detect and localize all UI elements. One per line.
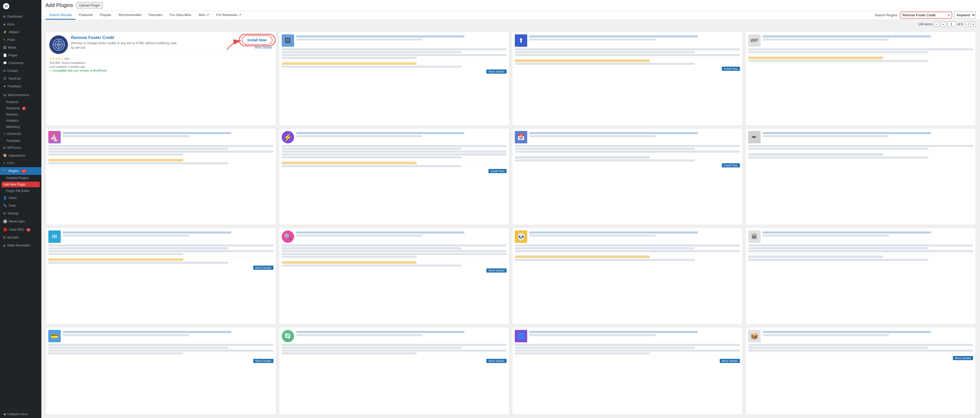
sidebar-item-woocommerce[interactable]: 🛍 WooCommerce <box>0 91 41 99</box>
plugin-icon: 🏛 <box>748 230 760 243</box>
sidebar-item-yoast[interactable]: Y Yoast SEO 2 <box>0 226 41 234</box>
sidebar-label: Contact <box>7 69 18 73</box>
plugin-review-count: (85) <box>64 57 70 60</box>
sidebar-item-comments[interactable]: 💬 Comments <box>0 59 41 67</box>
plugin-install-link[interactable]: Install Now <box>722 163 740 167</box>
tabs-bar: Search Results Featured Popular Recommen… <box>41 11 980 20</box>
sidebar-item-yith[interactable]: Y YITH <box>0 159 41 167</box>
sidebar-item-marketing[interactable]: Marketing <box>0 124 41 130</box>
plugin-compatible: Compatible with your version of WordPres… <box>49 69 272 72</box>
sidebar-label: Jetpack <box>8 30 19 34</box>
plugin-card: 📦 More Details <box>745 327 976 415</box>
feedback-icon: ★ <box>3 84 6 88</box>
plugin-more-details-link[interactable]: More Details <box>953 356 973 360</box>
upload-plugin-button[interactable]: Upload Plugin <box>76 2 103 8</box>
sidebar-item-templates[interactable]: Templates <box>0 138 41 144</box>
sidebar-item-astra[interactable]: ◈ Astra <box>0 21 41 28</box>
plugin-icon: 💀 <box>515 230 527 243</box>
install-now-button[interactable]: Install Now <box>242 35 272 45</box>
sidebar-item-jetpack[interactable]: ⚡ Jetpack <box>0 28 41 36</box>
search-wrapper: ✕ <box>900 12 952 18</box>
sidebar-item-slider-revolution[interactable]: ◈ Slider Revolution <box>0 242 41 249</box>
total-pages: of 6 <box>957 22 963 26</box>
prev-page-button2[interactable]: « <box>940 22 946 27</box>
sidebar: W ⊞ Dashboard ◈ Astra ⚡ Jetpack ✎ Posts … <box>0 0 41 418</box>
tab-for-elementor[interactable]: For Elementor ↗ <box>213 11 245 20</box>
tab-search-results[interactable]: Search Results <box>46 11 75 20</box>
sidebar-item-appearance[interactable]: 🎨 Appearance <box>0 152 41 159</box>
plugin-more-details-link[interactable]: More Details <box>486 359 506 363</box>
sidebar-label: Meow Apps <box>9 219 25 223</box>
plugin-more-details-link[interactable]: More Details <box>253 265 274 270</box>
wpforms-icon: ⊞ <box>3 146 6 149</box>
sidebar-label: Marketing <box>6 125 20 129</box>
featured-plugin-desc: Remove or change footer credits or any t… <box>71 41 239 46</box>
sidebar-item-plugin-file-editor[interactable]: Plugin File Editor <box>0 188 41 194</box>
sidebar-label: Astra <box>7 22 14 26</box>
plugin-install-link[interactable]: Install Now <box>722 67 740 71</box>
slider-icon: ◈ <box>3 244 5 247</box>
sidebar-item-payments[interactable]: Payments 1 <box>0 105 41 111</box>
sidebar-item-analytics[interactable]: Analytics <box>0 118 41 124</box>
yoast-badge: 2 <box>26 228 30 232</box>
sidebar-item-wpforms[interactable]: ⊞ WPForms <box>0 144 41 152</box>
plugin-card: ✒ <box>745 128 976 225</box>
sidebar-item-meow-apps[interactable]: M Meow Apps <box>0 217 41 226</box>
sidebar-item-settings[interactable]: ⚙ Settings <box>0 210 41 217</box>
page-number-input[interactable] <box>947 21 956 27</box>
sidebar-item-users[interactable]: 👤 Users <box>0 194 41 202</box>
sidebar-item-feedback[interactable]: ★ Feedback <box>0 83 41 90</box>
sidebar-item-posts[interactable]: ✎ Posts <box>0 36 41 44</box>
sidebar-item-mc4wp[interactable]: M MC4WP <box>0 234 41 242</box>
search-clear-button[interactable]: ✕ <box>947 13 950 17</box>
more-details-link[interactable]: More Details <box>255 46 272 49</box>
plugin-more-details-link[interactable]: More Details <box>720 359 740 363</box>
sidebar-item-pages[interactable]: 📄 Pages <box>0 51 41 59</box>
plugin-more-details-link[interactable]: More Details <box>486 269 506 273</box>
plugin-icon: 🔍 <box>282 230 294 243</box>
sidebar-item-tools[interactable]: 🔧 Tools <box>0 202 41 210</box>
sidebar-label: Feedback <box>8 84 21 88</box>
sidebar-item-plugins[interactable]: 🔌 Plugins 17 <box>0 167 41 175</box>
plugin-more-details-link[interactable]: More Details <box>486 70 506 74</box>
keyword-select[interactable]: Keyword Author Tag <box>954 12 976 19</box>
sidebar-label: Slider Revolution <box>7 244 30 247</box>
next-page-button2[interactable]: » <box>970 22 976 27</box>
tab-favorites[interactable]: Favorites <box>145 11 166 20</box>
meow-icon: M <box>3 219 7 224</box>
plugin-icon: ⚡ <box>282 131 294 143</box>
pages-icon: 📄 <box>3 54 7 57</box>
search-plugins-label: Search Plugins: <box>875 13 898 17</box>
sidebar-item-contact[interactable]: ✉ Contact <box>0 67 41 75</box>
plugin-card: 🔍 More Details <box>279 227 510 324</box>
sidebar-item-media[interactable]: 🖼 Media <box>0 44 41 51</box>
contact-icon: ✉ <box>3 69 6 73</box>
sidebar-item-elementor[interactable]: ⬡ Elementor <box>0 130 41 138</box>
tab-featured[interactable]: Featured <box>75 11 96 20</box>
sidebar-item-add-new-plugin[interactable]: Add New Plugin <box>2 182 40 187</box>
sidebar-item-products[interactable]: Products <box>0 99 41 105</box>
sidebar-label: YITH <box>7 162 14 165</box>
prev-page-button[interactable]: ‹ <box>934 22 939 27</box>
plugin-stars: ★★★★½ <box>49 57 63 60</box>
woocommerce-icon: 🛍 <box>3 93 6 97</box>
sidebar-label: Products <box>6 100 18 104</box>
plugin-icon: WP <box>748 34 760 47</box>
tab-popular[interactable]: Popular <box>96 11 115 20</box>
tab-recommended[interactable]: Recommended <box>115 11 145 20</box>
sidebar-item-surecart[interactable]: 🛒 SureCart <box>0 75 41 83</box>
plugin-install-link[interactable]: Install Now <box>488 169 506 173</box>
tab-woo[interactable]: Woo ↗ <box>195 11 213 20</box>
plugin-more-details-link[interactable]: More Details <box>253 359 274 363</box>
main-content: Add Plugins Upload Plugin Search Results… <box>41 0 980 418</box>
featured-plugin-name[interactable]: Remove Footer Credit <box>71 35 239 40</box>
next-page-button[interactable]: › <box>964 22 969 27</box>
plugins-badge: 17 <box>21 170 27 173</box>
tab-for-astra-woo[interactable]: For Astra-Woo <box>166 11 195 20</box>
sidebar-label: WPForms <box>7 146 21 149</box>
sidebar-item-dashboard[interactable]: ⊞ Dashboard <box>0 13 41 21</box>
sidebar-item-installed-plugins[interactable]: Installed Plugins <box>0 175 41 181</box>
sidebar-item-reviews[interactable]: Reviews <box>0 111 41 118</box>
search-input[interactable] <box>900 12 952 18</box>
sidebar-item-collapse-menu[interactable]: ◀ Collapse menu <box>0 410 41 418</box>
